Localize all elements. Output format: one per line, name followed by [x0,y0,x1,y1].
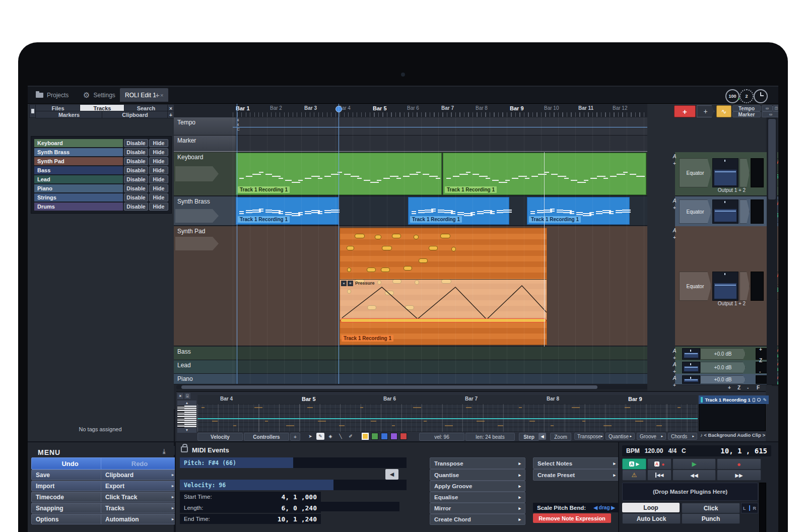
automation-a-button[interactable]: A [671,228,678,233]
add-track-button[interactable]: + [674,105,696,117]
track-header[interactable]: Tempo [174,117,236,135]
pan-lr-control[interactable]: LR [741,503,758,513]
hide-button[interactable]: Hide [149,184,168,192]
volume-fader[interactable] [682,362,700,373]
rewind-button[interactable]: ◀◀ [673,470,716,481]
click-button[interactable]: Click [682,503,740,513]
zoom-control[interactable]: Z [759,358,762,363]
gain-readout[interactable]: +0.0 dB [700,375,746,384]
disable-button[interactable]: Disable [124,148,148,156]
zoom-control[interactable]: + [728,385,731,390]
zoom-control[interactable]: - [759,369,761,374]
pad-note[interactable] [347,246,354,250]
edit-tab[interactable]: ROLI Edit 1 × [120,88,168,102]
background-audio-clip[interactable]: ♪ < Background Audio Clip > [700,432,765,438]
zoom-control[interactable]: + [759,347,762,352]
disable-button[interactable]: Disable [124,139,148,147]
pencil-tool-icon[interactable]: ✎ [316,433,324,440]
note-action-mirror[interactable]: Mirror▸ [430,503,525,514]
new-tab-button[interactable]: + [155,91,160,99]
hide-button[interactable]: Hide [149,193,168,202]
volume-fader[interactable] [682,348,700,360]
automation-a-button[interactable]: A [671,198,678,204]
pad-note[interactable] [419,258,428,263]
small-toggle-button[interactable]: ◫ [773,105,778,111]
fast-forward-button[interactable]: ▶▶ [717,470,761,481]
disable-button[interactable]: Disable [124,166,148,174]
hide-button[interactable]: Hide [149,148,168,156]
audition-speaker-icon[interactable]: ◀ [385,469,398,480]
piano-keyboard[interactable]: ▲▼ [177,401,196,433]
note-color-swatch[interactable] [371,433,378,440]
cpu-knob[interactable]: 100 [725,89,740,103]
projects-menu[interactable]: Projects [36,87,69,103]
menu-item-automation[interactable]: Automation▸ [101,514,178,524]
volume-fader[interactable] [712,200,738,224]
midi-clip[interactable]: Track 1 Recording 1 [236,197,339,225]
timesig-value[interactable]: 4/4 [668,447,677,454]
automation-a-button[interactable]: A [671,375,678,381]
record-button[interactable]: ● [717,458,761,470]
track-list-row[interactable]: KeyboardDisableHide [34,139,168,147]
preset-action-select-notes[interactable]: Select Notes▸ [533,457,620,469]
track-list-row[interactable]: Synth BrassDisableHide [34,148,168,156]
track-list-row[interactable]: LeadDisableHide [34,175,168,183]
editor-action-groove[interactable]: Groove▸ [637,433,666,440]
level-knob[interactable]: 2 [740,89,754,103]
menu-item-clipboard[interactable]: Clipboard▸ [101,470,178,480]
controller-line[interactable] [197,418,698,419]
tempo-track-button[interactable]: Tempo [732,105,761,111]
automation-a-button[interactable]: A [671,362,678,367]
remove-note-expression-button[interactable]: Remove Note Expression [533,513,611,523]
note-color-swatch[interactable] [400,433,407,440]
editor-pin-icon[interactable]: ⍗ [184,393,190,399]
add-plugin-button[interactable]: + [671,205,678,211]
track-header[interactable]: Lead [174,360,236,373]
auto-lock-button[interactable]: Auto Lock [622,513,681,524]
pad-note[interactable] [355,234,365,238]
menu-item-undo[interactable]: Undo [31,457,109,470]
pin-panel-icon[interactable]: ⤓ [163,447,166,455]
pad-note[interactable] [382,246,392,250]
track-header[interactable]: Keyboard [174,152,236,195]
length-readout[interactable]: len: 24 beats [465,433,515,441]
add-plugin-button[interactable]: + [671,235,678,240]
pressure-overlay[interactable]: ×≡Pressure [340,279,547,320]
menu-item-save[interactable]: Save▸ [31,470,109,480]
track-input-chevron[interactable] [175,237,219,250]
plugin-equator[interactable]: Equator [679,158,711,187]
hide-button[interactable]: Hide [149,203,168,211]
scroll-up-icon[interactable]: ▲ [177,401,196,406]
editor-clip-tab[interactable]: Track 1 Recording 1✎ [699,395,769,404]
vertical-scrollbar[interactable] [767,117,777,384]
pad-note[interactable] [367,268,376,272]
track-list-row[interactable]: Synth PadDisableHide [34,157,168,165]
volume-fader[interactable] [682,375,700,384]
move-tool-icon[interactable]: ◈ [326,433,334,440]
bpm-value[interactable]: 120.00 [645,447,663,454]
controllers-tab[interactable]: Controllers [244,433,289,441]
menu-item-timecode[interactable]: Timecode▸ [31,492,109,502]
preset-action-create-preset[interactable]: Create Preset▸ [533,469,620,481]
pad-note[interactable] [404,266,412,271]
note-color-swatch[interactable] [362,433,369,440]
hide-button[interactable]: Hide [149,175,168,183]
pad-note[interactable] [381,268,390,272]
transport-readout[interactable]: BPM 120.00 4/4 C 10, 1 , 615 [622,445,771,456]
plugin-equator[interactable]: Equator [679,272,711,301]
tab-clipboard[interactable]: Clipboard [102,111,168,118]
track-list-row[interactable]: DrumsDisableHide [34,203,168,211]
disable-button[interactable]: Disable [124,193,148,202]
zoom-control[interactable]: F [757,385,760,390]
add-plugin-button[interactable]: + [671,161,678,166]
line-tool-icon[interactable]: ╲ [337,433,345,440]
zoom-control[interactable]: - [747,385,749,390]
track-input-chevron[interactable] [175,209,219,223]
track-input-chevron[interactable] [175,166,219,181]
menu-item-tracks[interactable]: Tracks▸ [101,503,178,513]
pad-note[interactable] [429,246,438,250]
note-action-apply-groove[interactable]: Apply Groove▸ [430,481,525,492]
master-plugins-drop[interactable]: (Drop Master Plugins Here) [622,483,758,501]
tab-markers[interactable]: Markers [35,111,103,118]
pad-long-note[interactable] [341,318,546,322]
